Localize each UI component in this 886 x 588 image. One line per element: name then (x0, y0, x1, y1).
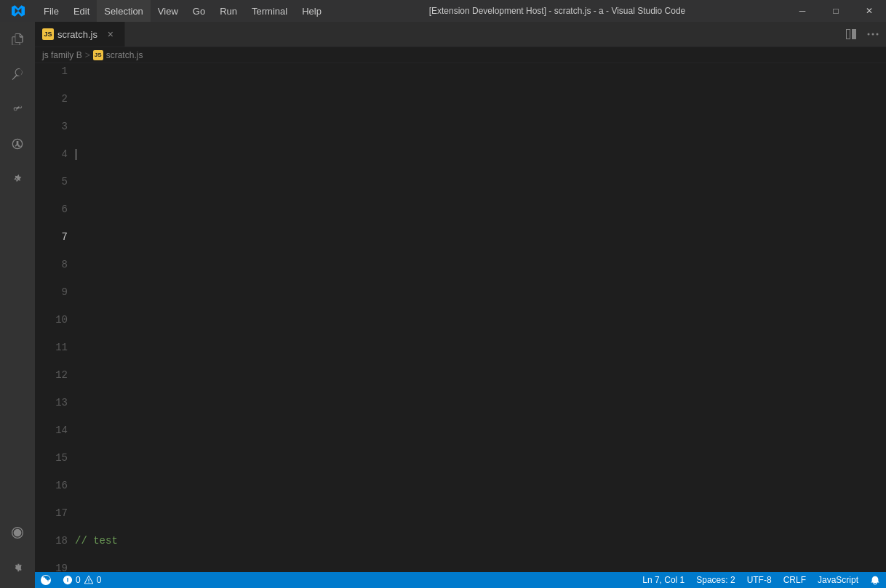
code-line-30 (75, 465, 879, 479)
vscode-logo (0, 0, 36, 22)
svg-point-1 (872, 33, 874, 35)
tab-file-icon: JS (42, 28, 54, 40)
code-line-26 (75, 410, 879, 424)
activity-explorer[interactable] (0, 22, 35, 57)
titlebar: File Edit Selection View Go Run Terminal… (0, 0, 886, 22)
status-notifications[interactable] (864, 572, 886, 588)
line-number-10: 10 (35, 313, 68, 327)
code-line-31 (75, 479, 879, 493)
line-number-1: 1 (35, 65, 68, 78)
line-number-4: 4 (35, 148, 68, 161)
line-number-18: 18 (35, 534, 68, 548)
code-line-14 (75, 244, 879, 258)
menu-selection[interactable]: Selection (97, 0, 150, 22)
activity-extensions[interactable] (0, 161, 35, 196)
code-line-19 (75, 313, 879, 327)
menu-terminal[interactable]: Terminal (244, 0, 295, 22)
line-number-13: 13 (35, 396, 68, 410)
line-number-7: 7 (35, 230, 68, 244)
code-line-20 (75, 327, 879, 341)
code-line-10 (75, 189, 879, 203)
code-line-22 (75, 355, 879, 368)
main-layout: JS scratch.js × j (0, 22, 886, 588)
code-line-29 (75, 451, 879, 465)
editor-area: JS scratch.js × j (35, 22, 886, 588)
error-count: 0 (76, 575, 81, 585)
code-line-33 (75, 507, 879, 520)
activity-source-control[interactable] (0, 92, 35, 126)
code-line-9 (75, 175, 879, 189)
split-editor-button[interactable] (841, 24, 861, 44)
menu-run[interactable]: Run (212, 0, 244, 22)
breadcrumb-folder-name: js family B (42, 50, 82, 60)
breadcrumb-file[interactable]: JS scratch.js (93, 50, 143, 60)
close-button[interactable]: ✕ (853, 0, 886, 22)
line-number-12: 12 (35, 368, 68, 382)
line-number-19: 19 (35, 562, 68, 572)
tab-filename: scratch.js (57, 29, 97, 40)
code-line-2 (75, 78, 879, 92)
window-controls: ─ □ ✕ (786, 0, 886, 22)
tab-close-button[interactable]: × (104, 28, 117, 41)
line-number-9: 9 (35, 286, 68, 299)
activity-settings[interactable] (0, 550, 35, 585)
minimize-button[interactable]: ─ (786, 0, 819, 22)
code-line-5 (75, 120, 879, 134)
menu-view[interactable]: View (151, 0, 185, 22)
tab-scratch-js[interactable]: JS scratch.js × (35, 22, 125, 47)
code-line-12 (75, 217, 879, 230)
breadcrumb-folder[interactable]: js family B (42, 50, 82, 60)
titlebar-left: File Edit Selection View Go Run Terminal… (0, 0, 329, 22)
menu-help[interactable]: Help (295, 0, 329, 22)
status-encoding[interactable]: UTF-8 (741, 572, 778, 588)
code-content[interactable]: // test (75, 63, 879, 572)
activity-search[interactable] (0, 57, 35, 92)
line-number-16: 16 (35, 479, 68, 493)
status-errors[interactable]: 0 0 (57, 572, 107, 588)
tab-bar: JS scratch.js × (35, 22, 886, 47)
breadcrumb-file-icon: JS (93, 50, 103, 60)
code-line-13 (75, 230, 879, 244)
activity-remote[interactable] (0, 515, 35, 550)
menu-go[interactable]: Go (185, 0, 212, 22)
code-line-28 (75, 438, 879, 451)
tab-actions (841, 22, 886, 47)
code-line-15 (75, 258, 879, 272)
status-bar-right: Ln 7, Col 1 Spaces: 2 UTF-8 CRLF JavaScr… (636, 572, 886, 588)
status-language[interactable]: JavaScript (812, 572, 864, 588)
line-number-3: 3 (35, 120, 68, 134)
code-line-23 (75, 368, 879, 382)
breadcrumb-separator-1: > (85, 50, 90, 60)
line-number-6: 6 (35, 203, 68, 217)
menu-file[interactable]: File (36, 0, 66, 22)
code-line-16 (75, 272, 879, 286)
activity-bar (0, 22, 35, 588)
code-line-1 (75, 65, 879, 78)
code-editor[interactable]: 1234567891011121314151617181920212223242… (35, 63, 886, 572)
window-title: [Extension Development Host] - scratch.j… (329, 6, 786, 16)
svg-point-2 (877, 33, 879, 35)
code-line-34 (75, 520, 879, 534)
code-line-21 (75, 341, 879, 355)
code-line-32 (75, 493, 879, 507)
status-bar: 0 0 Ln 7, Col 1 Spaces: 2 UTF-8 CRLF Jav… (35, 572, 886, 588)
maximize-button[interactable]: □ (819, 0, 853, 22)
code-line-11 (75, 203, 879, 217)
code-line-8 (75, 161, 879, 175)
more-actions-button[interactable] (863, 24, 883, 44)
status-eol[interactable]: CRLF (778, 572, 812, 588)
status-spaces[interactable]: Spaces: 2 (690, 572, 741, 588)
line-number-14: 14 (35, 424, 68, 438)
code-line-3 (75, 92, 879, 106)
status-remote[interactable] (35, 572, 57, 588)
status-position[interactable]: Ln 7, Col 1 (636, 572, 690, 588)
line-numbers: 1234567891011121314151617181920212223242… (35, 63, 75, 572)
titlebar-menu: File Edit Selection View Go Run Terminal… (36, 0, 329, 22)
scrollbar[interactable] (879, 63, 886, 572)
code-line-24 (75, 382, 879, 396)
code-line-35: // test (75, 534, 879, 548)
code-comment: // test (75, 535, 118, 547)
line-number-17: 17 (35, 507, 68, 520)
activity-run-debug[interactable] (0, 126, 35, 161)
menu-edit[interactable]: Edit (66, 0, 97, 22)
